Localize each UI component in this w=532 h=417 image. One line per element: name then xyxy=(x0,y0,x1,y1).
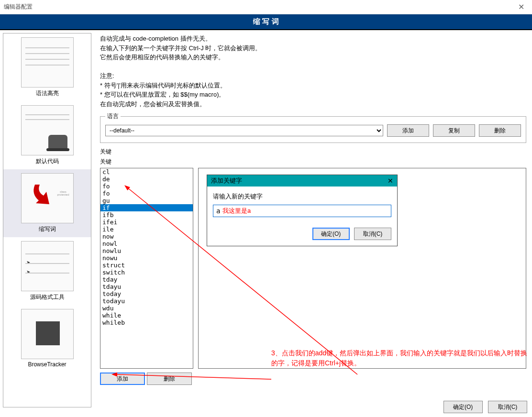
dialog-ok-button[interactable]: 确定(O) xyxy=(312,228,350,240)
sidebar-item-syntax[interactable]: 语法高亮 xyxy=(3,33,91,101)
keyword-item[interactable]: nowl xyxy=(100,240,193,247)
keyword-add-button[interactable]: 添加 xyxy=(100,373,145,385)
ok-button[interactable]: 确定(O) xyxy=(443,401,483,413)
add-keyword-dialog: 添加关键字 ✕ 请输入新的关键字 我这里是a 确定(O) 取消(C) xyxy=(207,175,398,246)
cancel-button[interactable]: 取消(C) xyxy=(488,401,527,413)
input-annotation: 我这里是a xyxy=(222,207,251,215)
keyword-item[interactable]: ifei xyxy=(100,219,193,226)
keyword-item[interactable]: today xyxy=(100,290,193,297)
keyword-item[interactable]: tdayu xyxy=(100,283,193,290)
keyword-item[interactable]: while xyxy=(100,312,193,319)
keyword-item[interactable]: todayu xyxy=(100,297,193,305)
dialog-label: 请输入新的关键字 xyxy=(213,192,391,201)
sidebar: 语法高亮 默认代码 classprotected 缩写词 ➤➤ 源码格式工具 B… xyxy=(3,33,91,407)
keyword-delete-button[interactable]: 删除 xyxy=(147,373,192,385)
keyword-item[interactable]: now xyxy=(100,233,193,240)
keyword-item[interactable]: ifb xyxy=(100,211,193,219)
keyword-item[interactable]: ile xyxy=(100,226,193,233)
keyword-item[interactable]: whileb xyxy=(100,319,193,326)
keyword-item[interactable]: nowlu xyxy=(100,247,193,254)
dialog-cancel-button[interactable]: 取消(C) xyxy=(354,228,391,240)
keyword-item[interactable]: fo xyxy=(100,183,193,190)
keyword-item[interactable]: switch xyxy=(100,269,193,276)
keyword-item[interactable]: wdu xyxy=(100,305,193,312)
keyword-item[interactable]: gu xyxy=(100,197,193,204)
lang-copy-button[interactable]: 复制 xyxy=(433,124,475,137)
sidebar-item-abbrev[interactable]: classprotected 缩写词 xyxy=(3,169,91,237)
keyword-listbox[interactable]: cldefofoguififbifeiilenownowlnowlunowust… xyxy=(100,168,193,369)
footer-buttons: 确定(O) 取消(C) xyxy=(440,401,527,413)
sidebar-item-browsetracker[interactable]: BrowseTracker xyxy=(3,305,91,372)
titlebar: 编辑器配置 ✕ xyxy=(0,0,532,14)
window-title: 编辑器配置 xyxy=(4,3,33,11)
lang-delete-button[interactable]: 删除 xyxy=(479,124,521,137)
language-select[interactable]: --default-- xyxy=(105,125,383,136)
keyword-item[interactable]: nowu xyxy=(100,254,193,262)
sidebar-item-formatter[interactable]: ➤➤ 源码格式工具 xyxy=(3,237,91,305)
close-icon[interactable]: ✕ xyxy=(514,2,528,11)
lang-add-button[interactable]: 添加 xyxy=(387,124,429,137)
banner-title: 缩 写 词 xyxy=(0,14,532,30)
annotation-text: 3、点击我们的add键，然后弹出如上界面，我们输入的关键字就是我们以后输入时替换… xyxy=(271,348,530,368)
keyword-item[interactable]: fo xyxy=(100,190,193,197)
code-legend: 关键 xyxy=(100,158,526,166)
keyword-item[interactable]: tday xyxy=(100,276,193,283)
keyword-item[interactable]: cl xyxy=(100,168,193,176)
dialog-title: 添加关键字 xyxy=(211,176,242,185)
keyword-item[interactable]: if xyxy=(100,204,193,211)
dialog-close-icon[interactable]: ✕ xyxy=(388,177,393,185)
keyword-item[interactable]: struct xyxy=(100,262,193,269)
description-text: 自动完成与 code-completion 插件无关。 在输入下列的某一个关键字… xyxy=(100,34,526,109)
keyword-item[interactable]: de xyxy=(100,176,193,183)
language-legend: 语言 xyxy=(105,112,121,121)
language-group: 语言 --default-- 添加 复制 删除 xyxy=(100,112,526,143)
keywords-legend: 关键 xyxy=(100,148,526,156)
sidebar-item-default-code[interactable]: 默认代码 xyxy=(3,101,91,169)
